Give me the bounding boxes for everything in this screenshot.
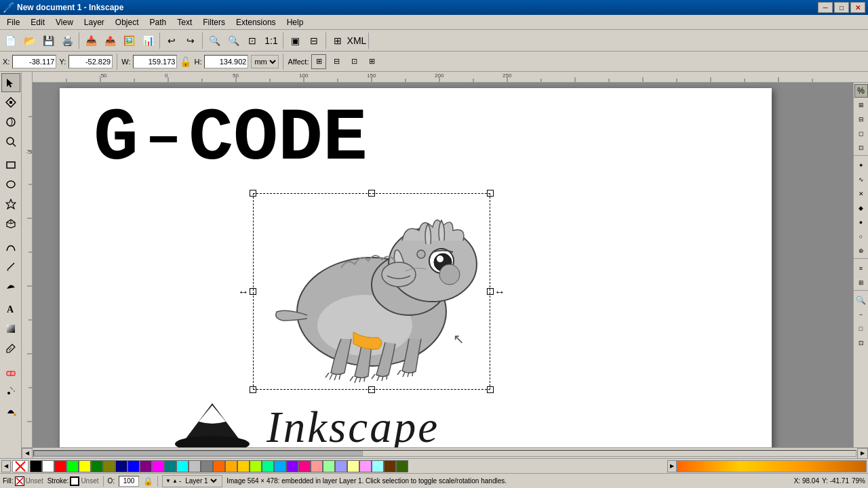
scroll-left-button[interactable]: ◀: [22, 448, 33, 459]
fill-area[interactable]: Fill: Unset: [3, 476, 43, 486]
maximize-button[interactable]: □: [834, 2, 849, 13]
align-button[interactable]: ⊞: [329, 32, 347, 49]
color-pink[interactable]: [311, 460, 323, 472]
color-rose[interactable]: [298, 460, 311, 472]
color-white[interactable]: [42, 460, 54, 472]
h-scrollbar-track[interactable]: [33, 450, 856, 457]
handle-bottom-right[interactable]: [487, 386, 494, 393]
export-button[interactable]: 📤: [101, 32, 119, 49]
color-cyan[interactable]: [176, 460, 189, 472]
opacity-input[interactable]: [119, 476, 139, 487]
open-button[interactable]: 📂: [20, 32, 38, 49]
color-orange[interactable]: [213, 460, 225, 472]
new-button[interactable]: 📄: [1, 32, 19, 49]
snap-bbox-midpoints-button[interactable]: ⊡: [854, 141, 868, 155]
snap-node-cusp-button[interactable]: ◆: [854, 201, 868, 215]
color-periwinkle[interactable]: [335, 460, 347, 472]
menu-edit[interactable]: Edit: [25, 16, 50, 28]
snap-grid-button[interactable]: ⊞: [854, 276, 868, 289]
color-lavender[interactable]: [359, 460, 372, 472]
affect-geo-button[interactable]: ⊞: [311, 54, 326, 69]
scroll-right-button[interactable]: ▶: [857, 448, 868, 459]
palette-scroll-right[interactable]: ▶: [667, 460, 677, 472]
zoom-area[interactable]: 79%: [852, 477, 865, 485]
color-silver[interactable]: [189, 460, 201, 472]
text-tool[interactable]: A: [1, 300, 20, 319]
color-yellow[interactable]: [79, 460, 91, 472]
snap-bbox-corners-button[interactable]: ◻: [854, 127, 868, 140]
eraser-tool[interactable]: [1, 362, 20, 381]
h-input[interactable]: [204, 55, 248, 68]
color-purple[interactable]: [140, 460, 152, 472]
layer-select[interactable]: Layer 1: [182, 476, 219, 485]
save-button[interactable]: 💾: [39, 32, 57, 49]
print-button[interactable]: 🖨️: [58, 32, 76, 49]
x-input[interactable]: [12, 55, 56, 68]
snap-enable-button[interactable]: %: [854, 84, 868, 98]
color-spring[interactable]: [262, 460, 274, 472]
close-button[interactable]: ✕: [850, 2, 865, 13]
dropper-tool[interactable]: [1, 339, 20, 358]
color-olive[interactable]: [103, 460, 115, 472]
snap-nodes-button[interactable]: ✦: [854, 159, 868, 172]
menu-object[interactable]: Object: [110, 16, 144, 28]
color-skyblue[interactable]: [274, 460, 286, 472]
pencil-tool[interactable]: [1, 257, 20, 276]
affect-geom-button[interactable]: ⊞: [364, 54, 379, 69]
color-cream[interactable]: [347, 460, 359, 472]
xml-button[interactable]: XML: [348, 32, 366, 49]
menu-text[interactable]: Text: [172, 16, 197, 28]
handle-bottom-left[interactable]: [250, 386, 256, 393]
minimize-button[interactable]: ─: [818, 2, 833, 13]
color-lightgreen[interactable]: [323, 460, 335, 472]
snap-node-midpoints-button[interactable]: ○: [854, 230, 868, 243]
zoom-tool[interactable]: [1, 132, 20, 151]
zoom-100-button[interactable]: 1:1: [262, 32, 280, 49]
w-input[interactable]: [133, 55, 177, 68]
color-blue[interactable]: [127, 460, 140, 472]
color-gray[interactable]: [201, 460, 213, 472]
undo-button[interactable]: ↩: [163, 32, 180, 49]
zoom-fit-button[interactable]: ⊡: [243, 32, 261, 49]
star-tool[interactable]: [1, 195, 20, 214]
menu-path[interactable]: Path: [144, 16, 172, 28]
color-navy[interactable]: [115, 460, 127, 472]
arrow-right-handle[interactable]: ↔: [494, 286, 505, 298]
no-fill-swatch[interactable]: [12, 460, 28, 472]
import-button[interactable]: 📥: [82, 32, 100, 49]
snap-zoom-fit-button[interactable]: ⊡: [854, 336, 868, 350]
color-teal[interactable]: [164, 460, 176, 472]
zoom-in-button[interactable]: 🔍: [205, 32, 223, 49]
export2-button[interactable]: 🖼️: [120, 32, 138, 49]
menu-view[interactable]: View: [50, 16, 79, 28]
pen-tool[interactable]: [1, 237, 20, 256]
paint-bucket-tool[interactable]: [1, 401, 20, 420]
color-lightcyan[interactable]: [372, 460, 384, 472]
color-red[interactable]: [54, 460, 66, 472]
h-scrollbar-thumb[interactable]: [34, 451, 363, 456]
stroke-area[interactable]: Stroke: Unset: [47, 476, 99, 486]
canvas[interactable]: G – C O D E: [33, 83, 853, 447]
ellipse-tool[interactable]: [1, 175, 20, 194]
group-button[interactable]: ▣: [286, 32, 304, 49]
node-tool[interactable]: [1, 93, 20, 112]
y-input[interactable]: [68, 55, 113, 68]
color-chartreuse[interactable]: [250, 460, 262, 472]
handle-top-left[interactable]: [250, 190, 256, 197]
handle-top-right[interactable]: [487, 190, 494, 197]
handle-top-center[interactable]: [368, 190, 375, 197]
handle-bottom-center[interactable]: [368, 386, 375, 393]
color-darkgreen[interactable]: [396, 460, 408, 472]
snap-node-smooth-button[interactable]: ●: [854, 216, 868, 229]
handle-mid-right[interactable]: [487, 288, 494, 295]
h-scrollbar[interactable]: ◀ ▶: [22, 447, 868, 458]
color-violet[interactable]: [286, 460, 298, 472]
palette-scroll-left[interactable]: ◀: [1, 460, 11, 472]
menu-file[interactable]: File: [1, 16, 25, 28]
menu-extensions[interactable]: Extensions: [231, 16, 281, 28]
redo-button[interactable]: ↪: [182, 32, 199, 49]
menu-layer[interactable]: Layer: [79, 16, 110, 28]
lock-icon[interactable]: 🔓: [180, 56, 191, 67]
unit-select[interactable]: mm px cm in: [251, 55, 279, 68]
arrow-left-handle[interactable]: ↔: [238, 286, 249, 298]
